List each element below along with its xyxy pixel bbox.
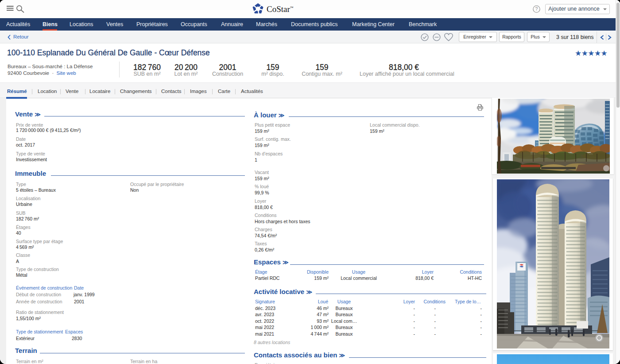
svg-text:?: ? bbox=[535, 6, 538, 12]
